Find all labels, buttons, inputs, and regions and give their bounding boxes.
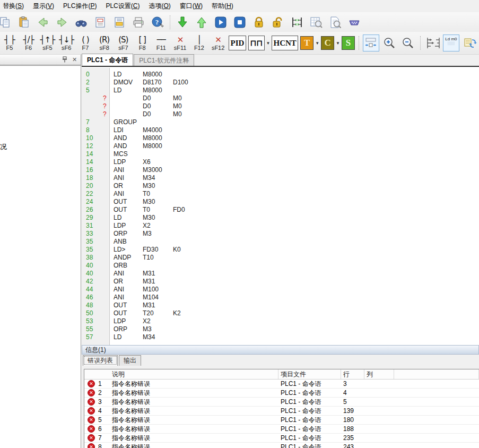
ladder-button-sf5[interactable]: ┤↑├sF5 [38, 33, 57, 53]
ladder-button-f11[interactable]: ──F11 [152, 33, 171, 53]
dropdown-arrow-icon[interactable]: ▼ [315, 36, 320, 50]
editor-tab-0[interactable]: PLC1 - 命令语 [82, 54, 133, 66]
info-tab-1[interactable]: 输出 [119, 355, 141, 366]
error-row[interactable]: ✕7指令名称错误PLC1 - 命令语235 [84, 434, 479, 443]
menu-item-v[interactable]: 显示(V) [28, 0, 59, 12]
error-row[interactable]: ✕5指令名称错误PLC1 - 命令语180 [84, 416, 479, 425]
code-line[interactable]: 50OUTT20K2 [82, 309, 479, 317]
instr-button-s[interactable]: S [342, 36, 355, 50]
code-line[interactable]: ?D0M0 [82, 94, 479, 102]
forward-icon[interactable] [54, 14, 70, 30]
menu-item-h[interactable]: 帮助(H) [206, 0, 239, 12]
instr-button-[interactable]: ⊓⊓ [248, 36, 265, 50]
code-line[interactable]: 0LDM8000 [82, 71, 479, 79]
code-line[interactable]: 31LDPX2 [82, 222, 479, 230]
code-line[interactable]: 33ORPM3 [82, 230, 479, 238]
ladder-button-f8[interactable]: [ ]F8 [133, 33, 152, 53]
instr-button-c[interactable]: C [321, 36, 334, 50]
memo-icon[interactable] [92, 14, 108, 30]
close-icon[interactable]: ✕ [71, 56, 79, 63]
code-line[interactable]: ?D0M0 [82, 102, 479, 110]
instr-button-pid[interactable]: PID [229, 36, 246, 50]
menu-item-plcp[interactable]: PLC操作(P) [58, 0, 102, 12]
dropdown-arrow-icon[interactable]: ▼ [335, 36, 341, 50]
menu-item-plcc[interactable]: PLC设置(C) [100, 0, 145, 12]
code-line[interactable]: 24OUTM30 [82, 198, 479, 206]
il-view-icon[interactable]: Ld m0 [443, 35, 459, 51]
code-line[interactable]: 53LDPX2 [82, 317, 479, 325]
instr-button-hcnt[interactable]: HCNT [272, 36, 298, 50]
ladder-button-sf11[interactable]: ✕sF11 [171, 33, 190, 53]
info-tab-0[interactable]: 错误列表 [83, 355, 118, 366]
editor-tab-1[interactable]: PLC1-软元件注释 [134, 54, 194, 66]
ladder-view-icon[interactable] [424, 35, 441, 51]
zoom-out-icon[interactable] [400, 35, 416, 51]
code-line[interactable]: 57LDM34 [82, 333, 479, 341]
code-line[interactable]: 8LDIM4000 [82, 126, 479, 134]
run-icon[interactable] [213, 14, 229, 30]
upload-from-plc-icon[interactable] [194, 14, 210, 30]
back-icon[interactable] [35, 14, 51, 30]
notes-icon[interactable] [111, 14, 127, 30]
code-line[interactable]: 26OUTT0FD0 [82, 206, 479, 214]
code-line[interactable]: 18ANIM34 [82, 174, 479, 182]
code-line[interactable]: 38ANDPT10 [82, 254, 479, 262]
error-row[interactable]: ✕1指令名称错误PLC1 - 命令语3 [84, 380, 479, 389]
ladder-button-f7[interactable]: ( )F7 [76, 33, 95, 53]
dropdown-arrow-icon[interactable]: ▼ [266, 36, 271, 50]
ladder-button-f5[interactable]: ┤ ├F5 [0, 33, 19, 53]
unlock-icon[interactable] [270, 14, 286, 30]
code-line[interactable]: 14MCS [82, 150, 479, 158]
menu-item-o[interactable]: 选项(O) [143, 0, 176, 12]
lock-icon[interactable] [251, 14, 267, 30]
fit-width-icon[interactable] [363, 35, 379, 51]
serial-port-icon[interactable] [346, 14, 362, 30]
code-line[interactable]: 5LDM8000 [82, 87, 479, 94]
code-line[interactable]: 55ORPM3 [82, 325, 479, 333]
code-line[interactable]: 7GROUP [82, 118, 479, 126]
ladder-button-f12[interactable]: │F12 [190, 33, 209, 53]
code-line[interactable]: 35ANB [82, 238, 479, 246]
code-line[interactable]: 16ANIM3000 [82, 166, 479, 174]
menu-item-w[interactable]: 窗口(W) [175, 0, 208, 12]
monitor-ladder-icon[interactable] [289, 14, 305, 30]
error-row[interactable]: ✕3指令名称错误PLC1 - 命令语5 [84, 398, 479, 407]
help-icon[interactable]: ? [150, 14, 166, 30]
code-line[interactable]: 12ANDM8000 [82, 142, 479, 150]
copy-icon[interactable] [0, 14, 13, 30]
monitor-table-search-icon[interactable] [308, 14, 324, 30]
code-line[interactable]: 22ANIT0 [82, 190, 479, 198]
code-line[interactable]: 10ANDM8000 [82, 134, 479, 142]
ladder-button-sf8[interactable]: (R)sF8 [95, 33, 114, 53]
download-to-plc-icon[interactable] [175, 14, 190, 30]
pin-icon[interactable] [60, 56, 68, 63]
error-row[interactable]: ✕4指令名称错误PLC1 - 命令语139 [84, 407, 479, 416]
code-line[interactable]: 20ORM30 [82, 182, 479, 190]
ladder-button-sf7[interactable]: (S)sF7 [114, 33, 133, 53]
error-row[interactable]: ✕6指令名称错误PLC1 - 命令语188 [84, 425, 479, 434]
code-line[interactable]: 42ORM31 [82, 278, 479, 286]
code-line[interactable]: 35LD>FD30K0 [82, 246, 479, 254]
ladder-button-sf12[interactable]: ✕sF12 [208, 33, 228, 53]
code-line[interactable]: 40ANIM31 [82, 270, 479, 278]
error-row[interactable]: ✕2指令名称错误PLC1 - 命令语4 [84, 389, 479, 398]
code-line[interactable]: 29LDM30 [82, 214, 479, 222]
code-line[interactable]: 48OUTM31 [82, 301, 479, 309]
code-line[interactable]: ?D0M0 [82, 110, 479, 118]
code-area[interactable]: 0LDM80002DMOVD8170D1005LDM8000?D0M0?D0M0… [82, 68, 479, 345]
paste-icon[interactable] [16, 14, 32, 30]
ladder-button-f6[interactable]: ┤/├F6 [19, 33, 38, 53]
sidebar-content[interactable]: 况 [0, 65, 81, 448]
monitor-doc-search-icon[interactable] [327, 14, 343, 30]
code-line[interactable]: 2DMOVD8170D100 [82, 79, 479, 87]
code-line[interactable]: 40ORB [82, 262, 479, 270]
code-line[interactable]: 14LDPX6 [82, 158, 479, 166]
convert-view-icon[interactable] [461, 35, 478, 51]
print-icon[interactable] [130, 14, 146, 30]
stop-icon[interactable] [232, 14, 248, 30]
code-line[interactable]: 44ANIM100 [82, 286, 479, 294]
instr-button-t[interactable]: T [300, 36, 313, 50]
error-row[interactable]: ✕8指令名称错误PLC1 - 命令语243 [84, 443, 479, 448]
code-line[interactable]: 46ANIM104 [82, 294, 479, 301]
zoom-in-icon[interactable] [381, 35, 398, 51]
